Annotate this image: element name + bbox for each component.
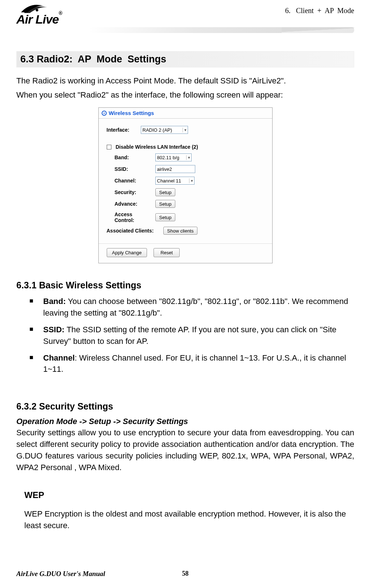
section-heading-box: 6.3 Radio2: AP Mode Settings <box>16 51 354 67</box>
bullet-band: Band: You can choose between "802.11g/b"… <box>29 296 354 319</box>
interface-label: Interface: <box>107 127 139 133</box>
security-body: Security settings allow you to use encry… <box>16 427 354 473</box>
basic-wireless-heading: 6.3.1 Basic Wireless Settings <box>16 280 354 291</box>
apply-change-button[interactable]: Apply Change <box>107 248 147 257</box>
access-control-setup-button[interactable]: Setup <box>155 213 176 221</box>
ssid-label: SSID: <box>107 166 153 172</box>
page-footer: AirLive G.DUO User's Manual 58 <box>16 570 354 578</box>
security-settings-heading: 6.3.2 Security Settings <box>16 401 354 412</box>
ssid-input[interactable]: airlive2 <box>155 165 195 173</box>
security-label: Security: <box>107 189 153 195</box>
bullet-channel: Channel: Wireless Channel used. For EU, … <box>29 352 354 375</box>
bullet-channel-text: : Wireless Channel used. For EU, it is c… <box>43 353 346 374</box>
chapter-label: 6. Client + AP Mode <box>285 7 354 15</box>
wep-body: WEP Encryption is the oldest and most av… <box>24 508 354 531</box>
footer-manual-name: AirLive G.DUO User's Manual <box>16 570 105 578</box>
svg-point-0 <box>36 9 38 12</box>
bullet-band-text: You can choose between "802.11g/b", "802… <box>43 297 348 317</box>
bullet-ssid-label: SSID: <box>43 325 65 334</box>
access-control-label: Access Control: <box>107 211 153 223</box>
bullet-channel-label: Channel <box>43 353 75 362</box>
bullet-ssid-text: The SSID setting of the remote AP. If yo… <box>43 325 336 346</box>
wireless-settings-title-text: Wireless Settings <box>109 110 154 116</box>
band-select[interactable]: 802.11 b/g <box>155 153 192 161</box>
intro-para-2: When you select "Radio2" as the interfac… <box>16 89 354 101</box>
associated-clients-label: Associated Clients: <box>107 228 161 234</box>
security-nav-path: Operation Mode -> Setup -> Security Sett… <box>16 417 354 426</box>
band-label: Band: <box>107 155 153 160</box>
bullet-ssid: SSID: The SSID setting of the remote AP.… <box>29 324 354 347</box>
bullet-band-label: Band: <box>43 297 66 306</box>
advance-setup-button[interactable]: Setup <box>155 200 176 208</box>
wireless-settings-title: Wireless Settings <box>99 108 272 119</box>
footer-page-number: 58 <box>182 570 189 577</box>
interface-select[interactable]: RADIO 2 (AP) <box>141 126 188 134</box>
logo: Air Live® <box>16 4 62 26</box>
intro-para-1: The Radio2 is working in Access Point Mo… <box>16 75 354 87</box>
disable-wlan-label: Disable Wireless LAN Interface (2) <box>116 144 198 150</box>
header-divider <box>89 27 354 33</box>
basic-wireless-bullets: Band: You can choose between "802.11g/b"… <box>16 296 354 375</box>
show-clients-button[interactable]: Show clients <box>163 227 198 235</box>
section-heading: 6.3 Radio2: AP Mode Settings <box>20 54 350 65</box>
channel-select[interactable]: Channel 11 <box>155 177 195 185</box>
wep-heading: WEP <box>24 490 354 500</box>
reset-button[interactable]: Reset <box>154 248 180 257</box>
wireless-settings-panel: Wireless Settings Interface: RADIO 2 (AP… <box>98 107 273 263</box>
disable-wlan-checkbox[interactable] <box>107 145 111 149</box>
security-setup-button[interactable]: Setup <box>155 188 176 196</box>
channel-label: Channel: <box>107 178 153 184</box>
advance-label: Advance: <box>107 201 153 207</box>
target-icon <box>102 111 107 116</box>
logo-text: Air Live® <box>16 12 62 26</box>
